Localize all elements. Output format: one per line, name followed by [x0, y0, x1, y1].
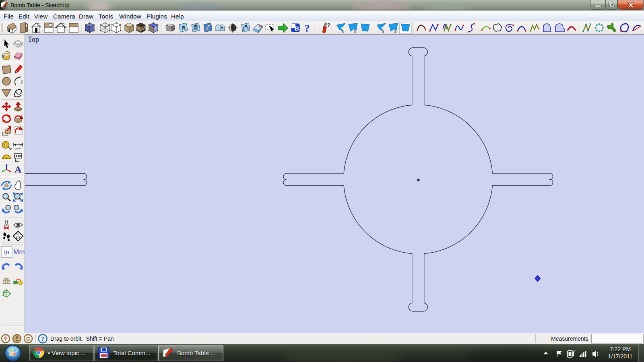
svg-text:In: In — [4, 249, 9, 255]
svg-text:x: x — [382, 29, 384, 33]
svg-text:?: ? — [41, 335, 44, 342]
svg-text:G: G — [26, 336, 30, 342]
svg-text:A: A — [14, 164, 22, 175]
svg-text:C: C — [17, 232, 19, 235]
svg-text:A-5: A-5 — [16, 237, 20, 240]
svg-text:x: x — [353, 29, 356, 33]
svg-text:x: x — [341, 29, 344, 33]
svg-text:ABC: ABC — [15, 154, 23, 158]
svg-text:B: B — [295, 25, 299, 32]
svg-text:?: ? — [327, 22, 330, 28]
svg-text:Ps: Ps — [259, 25, 263, 28]
svg-text:Mm: Mm — [13, 248, 25, 256]
svg-text:?: ? — [305, 23, 310, 34]
svg-text:x: x — [394, 29, 396, 33]
